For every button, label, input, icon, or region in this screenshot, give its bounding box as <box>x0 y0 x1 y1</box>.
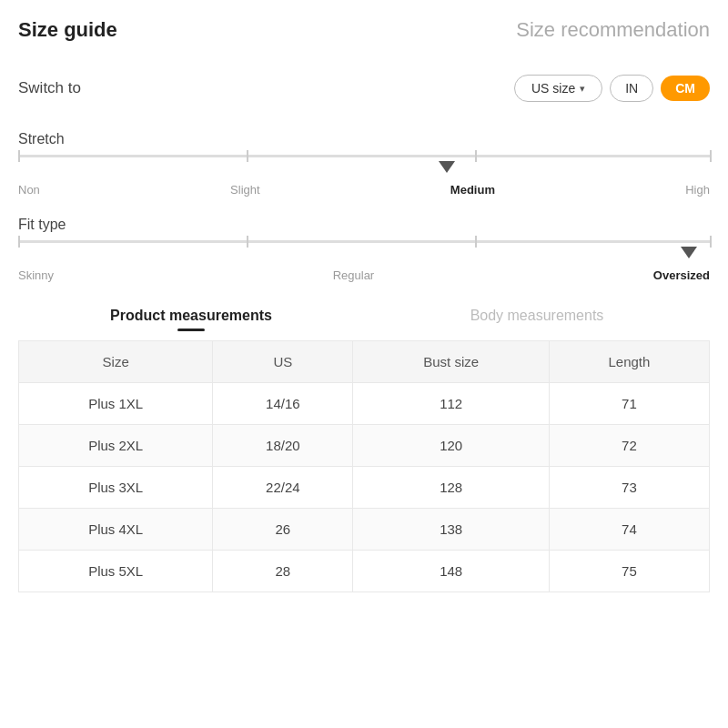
cell-r2-c1: 22/24 <box>213 467 353 509</box>
tab-body-label: Body measurements <box>470 308 604 323</box>
us-size-label: US size <box>531 81 575 96</box>
cell-r0-c2: 112 <box>353 383 549 425</box>
cell-r1-c2: 120 <box>353 425 549 467</box>
col-us: US <box>213 341 353 383</box>
cell-r3-c3: 74 <box>549 509 709 551</box>
cell-r1-c3: 72 <box>549 425 709 467</box>
cell-r2-c0: Plus 3XL <box>19 467 213 509</box>
switch-row: Switch to US size ▾ IN CM <box>18 58 710 111</box>
cell-r3-c0: Plus 4XL <box>19 509 213 551</box>
tick-4 <box>710 150 712 162</box>
cell-r4-c2: 148 <box>353 551 549 592</box>
measurement-tabs: Product measurements Body measurements <box>18 308 710 331</box>
fit-type-label: Fit type <box>18 217 710 233</box>
stretch-pointer-icon <box>439 161 455 173</box>
page-container: Size guide Size recommendation Switch to… <box>0 0 728 620</box>
tab-product-measurements[interactable]: Product measurements <box>18 308 364 331</box>
cell-r4-c3: 75 <box>549 551 709 592</box>
fit-oversized: Oversized <box>653 268 710 282</box>
cell-r1-c0: Plus 2XL <box>19 425 213 467</box>
cell-r3-c1: 26 <box>213 509 353 551</box>
cell-r3-c2: 138 <box>353 509 549 551</box>
fit-pointer-row <box>18 247 710 267</box>
chevron-down-icon: ▾ <box>580 83 585 95</box>
table-row: Plus 1XL14/1611271 <box>19 383 710 425</box>
header-row: Size guide Size recommendation <box>18 18 710 58</box>
table-body: Plus 1XL14/1611271Plus 2XL18/2012072Plus… <box>19 383 710 592</box>
fit-track <box>18 240 710 243</box>
fit-pointer-icon <box>681 247 697 258</box>
switch-to-label: Switch to <box>18 79 81 97</box>
cell-r2-c3: 73 <box>549 467 709 509</box>
fit-type-section: Fit type Skinny Regular Oversized <box>18 217 710 282</box>
table-header-row: Size US Bust size Length <box>19 341 710 383</box>
cell-r0-c1: 14/16 <box>213 383 353 425</box>
unit-switch-buttons: US size ▾ IN CM <box>514 75 710 102</box>
fit-skinny: Skinny <box>18 268 54 282</box>
fit-regular: Regular <box>333 268 375 282</box>
stretch-slight: Slight <box>230 183 260 197</box>
cell-r1-c1: 18/20 <box>213 425 353 467</box>
tab-product-label: Product measurements <box>110 308 272 323</box>
stretch-slider[interactable] <box>18 155 710 157</box>
col-size: Size <box>19 341 213 383</box>
stretch-pointer-row <box>18 161 710 181</box>
tab-active-underline <box>177 329 205 331</box>
stretch-track <box>18 155 710 157</box>
tab-body-measurements[interactable]: Body measurements <box>364 308 710 331</box>
col-length: Length <box>549 341 709 383</box>
fit-labels: Skinny Regular Oversized <box>18 268 710 282</box>
table-row: Plus 5XL2814875 <box>19 551 710 592</box>
table-row: Plus 4XL2613874 <box>19 509 710 551</box>
in-button[interactable]: IN <box>610 75 653 102</box>
col-bust-size: Bust size <box>353 341 549 383</box>
stretch-medium: Medium <box>450 183 495 197</box>
cell-r0-c0: Plus 1XL <box>19 383 213 425</box>
cell-r4-c0: Plus 5XL <box>19 551 213 592</box>
cell-r2-c2: 128 <box>353 467 549 509</box>
measurements-table: Size US Bust size Length Plus 1XL14/1611… <box>18 340 710 592</box>
stretch-high: High <box>685 183 710 197</box>
stretch-non: Non <box>18 183 40 197</box>
size-guide-title: Size guide <box>18 18 117 42</box>
fit-type-slider[interactable] <box>18 240 710 243</box>
fit-tick-4 <box>710 236 712 248</box>
us-size-dropdown-button[interactable]: US size ▾ <box>514 75 602 102</box>
table-row: Plus 3XL22/2412873 <box>19 467 710 509</box>
size-recommendation-title: Size recommendation <box>516 18 710 42</box>
stretch-label: Stretch <box>18 131 710 147</box>
stretch-labels: Non Slight Medium High <box>18 183 710 197</box>
cell-r0-c3: 71 <box>549 383 709 425</box>
table-head: Size US Bust size Length <box>19 341 710 383</box>
cell-r4-c1: 28 <box>213 551 353 592</box>
table-row: Plus 2XL18/2012072 <box>19 425 710 467</box>
cm-button[interactable]: CM <box>661 76 710 101</box>
stretch-section: Stretch Non Slight Medium High <box>18 131 710 197</box>
